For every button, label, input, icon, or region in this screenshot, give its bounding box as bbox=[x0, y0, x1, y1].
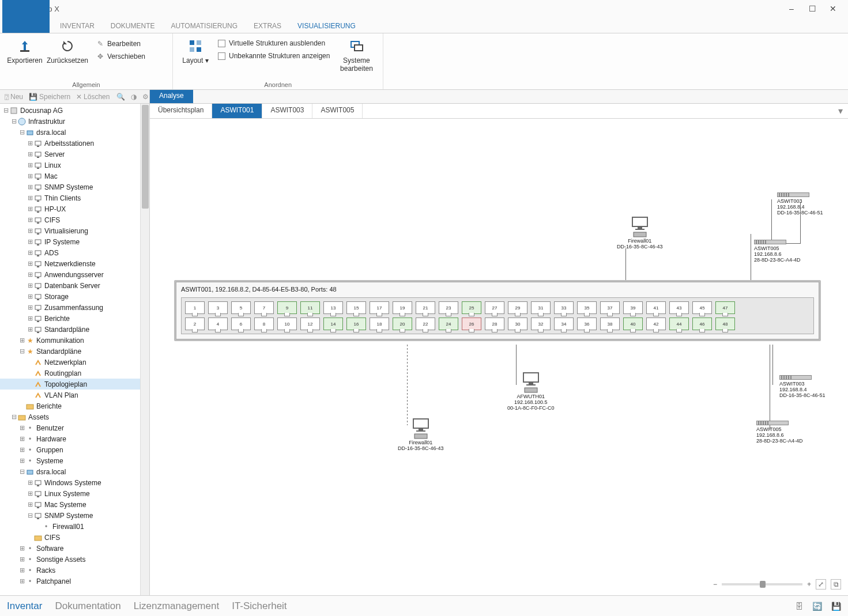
ribbon-tab-visual[interactable]: VISUALISIERUNG bbox=[289, 19, 364, 33]
tree-node[interactable]: Berichte bbox=[0, 400, 149, 411]
tab-aswit001[interactable]: ASWIT001 bbox=[212, 104, 262, 118]
layout-button[interactable]: Layout ▾ bbox=[178, 36, 213, 65]
device-afwuth01[interactable]: AFWUTH01 192.168.100.5 00-1A-8C-F0-FC-C0 bbox=[507, 372, 555, 411]
switch-port[interactable]: 26 bbox=[462, 318, 481, 330]
switch-panel[interactable]: ASWIT001, 192.168.8.2, D4-85-64-E5-B3-80… bbox=[174, 280, 821, 341]
tree-node[interactable]: ⊞Datenbank Server bbox=[0, 280, 149, 291]
switch-port[interactable]: 48 bbox=[715, 318, 735, 330]
switch-port[interactable]: 4 bbox=[208, 318, 228, 330]
device-firewall-bottom[interactable]: Firewall01 DD-16-35-8C-46-43 bbox=[398, 418, 444, 451]
tree-node[interactable]: ⊞Windows Systeme bbox=[0, 477, 149, 488]
tree-node[interactable]: ⊞Mac Systeme bbox=[0, 499, 149, 510]
show-unknown-checkbox[interactable]: Unbekannte Strukturen anzeigen bbox=[216, 51, 332, 61]
tree-twist-icon[interactable]: ⊞ bbox=[27, 238, 33, 245]
tree-twist-icon[interactable]: ⊟ bbox=[18, 347, 25, 355]
tree-twist-icon[interactable]: ⊞ bbox=[27, 139, 33, 147]
switch-port[interactable]: 25 bbox=[462, 301, 481, 314]
tree-node[interactable]: ⊞Thin Clients bbox=[0, 192, 149, 203]
ribbon-tab-automat[interactable]: AUTOMATISIERUNG bbox=[163, 19, 246, 33]
move-button[interactable]: ✥ Verschieben bbox=[93, 51, 148, 62]
tree-node[interactable]: ⊞Arbeitsstationen bbox=[0, 138, 149, 149]
tree-twist-icon[interactable]: ⊞ bbox=[27, 490, 33, 497]
status-dokumentation[interactable]: Dokumentation bbox=[55, 600, 120, 612]
tree-twist-icon[interactable]: ⊞ bbox=[27, 479, 33, 486]
tree-node[interactable]: ⊞Netzwerkdienste bbox=[0, 258, 149, 269]
tree-twist-icon[interactable]: ⊞ bbox=[27, 304, 33, 311]
switch-port[interactable]: 45 bbox=[692, 301, 712, 314]
tree-node[interactable]: ⊞•Racks bbox=[0, 565, 149, 576]
tree-node[interactable]: ⊞•Sonstige Assets bbox=[0, 554, 149, 565]
switch-port[interactable]: 9 bbox=[277, 301, 297, 314]
tree-scrollbar[interactable] bbox=[140, 104, 149, 595]
status-lizenz[interactable]: Lizenzmanagement bbox=[134, 600, 219, 612]
tree-twist-icon[interactable]: ⊟ bbox=[2, 107, 9, 114]
switch-port[interactable]: 1 bbox=[185, 301, 205, 314]
tree-node[interactable]: ⊞IP Systeme bbox=[0, 236, 149, 247]
tree-node[interactable]: ⊞Linux bbox=[0, 160, 149, 171]
switch-port[interactable]: 11 bbox=[300, 301, 320, 314]
tree-node[interactable]: Netzwerkplan bbox=[0, 357, 149, 368]
tree-node[interactable]: ⊟★Standardpläne bbox=[0, 346, 149, 357]
tree-twist-icon[interactable]: ⊞ bbox=[27, 501, 33, 508]
zoom-fit-button[interactable]: ⤢ bbox=[816, 579, 826, 589]
tree-twist-icon[interactable]: ⊞ bbox=[18, 424, 25, 432]
tree-node[interactable]: ⊞Linux Systeme bbox=[0, 488, 149, 499]
switch-port[interactable]: 42 bbox=[646, 318, 666, 330]
switch-port[interactable]: 39 bbox=[623, 301, 643, 314]
switch-port[interactable]: 36 bbox=[577, 318, 597, 330]
switch-port[interactable]: 41 bbox=[646, 301, 666, 314]
tree-twist-icon[interactable]: ⊞ bbox=[18, 545, 25, 552]
tree-node[interactable]: ⊞•Hardware bbox=[0, 433, 149, 444]
edit-systems-button[interactable]: Systeme bearbeiten bbox=[334, 36, 378, 73]
tab-uebersichtsplan[interactable]: Übersichtsplan bbox=[150, 104, 212, 118]
tree-node[interactable]: ⊞Storage bbox=[0, 291, 149, 302]
tree-twist-icon[interactable]: ⊞ bbox=[18, 555, 25, 563]
ribbon-tab-inventar[interactable]: INVENTAR bbox=[52, 19, 103, 33]
delete-button[interactable]: ✕Löschen bbox=[74, 93, 112, 101]
device-aswit005-bottom[interactable]: ASWIT005 192.168.8.6 28-8D-23-8C-A4-4D bbox=[756, 421, 803, 444]
tree-twist-icon[interactable]: ⊞ bbox=[18, 446, 25, 454]
device-firewall-top[interactable]: Firewall01 DD-16-35-8C-46-43 bbox=[617, 217, 663, 250]
status-inventar[interactable]: Inventar bbox=[7, 600, 42, 612]
switch-port[interactable]: 22 bbox=[416, 318, 435, 330]
device-aswit003-bottom[interactable]: ASWIT003 192.168.8.4 DD-16-35-8C-46-51 bbox=[779, 375, 826, 398]
tree-node[interactable]: ⊞•Benutzer bbox=[0, 422, 149, 433]
tree-node[interactable]: ⊟Docusnap AG bbox=[0, 105, 149, 116]
tree-node[interactable]: ⊞Anwendungsserver bbox=[0, 269, 149, 280]
tree-node[interactable]: ⊞Server bbox=[0, 149, 149, 160]
switch-port[interactable]: 46 bbox=[692, 318, 712, 330]
switch-port[interactable]: 6 bbox=[231, 318, 251, 330]
switch-port[interactable]: 40 bbox=[623, 318, 643, 330]
tree-node[interactable]: Topologieplan bbox=[0, 379, 149, 390]
tree-node[interactable]: •Firewall01 bbox=[0, 521, 149, 532]
switch-port[interactable]: 38 bbox=[600, 318, 620, 330]
switch-port[interactable]: 24 bbox=[439, 318, 458, 330]
switch-port[interactable]: 28 bbox=[485, 318, 504, 330]
switch-port[interactable]: 20 bbox=[393, 318, 412, 330]
tray-save-icon[interactable]: 💾 bbox=[831, 602, 841, 611]
tree-node[interactable]: CIFS bbox=[0, 532, 149, 543]
tree-twist-icon[interactable]: ⊟ bbox=[18, 468, 25, 475]
tree-node[interactable]: ⊞Berichte bbox=[0, 313, 149, 324]
tree-twist-icon[interactable]: ⊞ bbox=[18, 577, 25, 585]
tab-analyse[interactable]: Analyse bbox=[150, 90, 193, 103]
tab-dropdown-button[interactable]: ▾ bbox=[833, 104, 848, 118]
tree-node[interactable]: ⊞HP-UX bbox=[0, 203, 149, 214]
tree-twist-icon[interactable]: ⊞ bbox=[18, 566, 25, 574]
tree-node[interactable]: ⊞SNMP Systeme bbox=[0, 182, 149, 192]
tree-twist-icon[interactable]: ⊞ bbox=[27, 216, 33, 224]
ribbon-tab-extras[interactable]: EXTRAS bbox=[246, 19, 289, 33]
switch-port[interactable]: 37 bbox=[600, 301, 620, 314]
tree-twist-icon[interactable]: ⊞ bbox=[27, 249, 33, 256]
tree-node[interactable]: ⊟SNMP Systeme bbox=[0, 510, 149, 521]
device-aswit003-top[interactable]: ASWIT003 192.168.8.4 DD-16-35-8C-46-51 bbox=[777, 192, 823, 216]
switch-port[interactable]: 14 bbox=[323, 318, 343, 330]
tree-node[interactable]: VLAN Plan bbox=[0, 390, 149, 400]
zoom-slider[interactable] bbox=[722, 583, 802, 585]
tree-node[interactable]: ⊟Assets bbox=[0, 411, 149, 422]
tree-node[interactable]: ⊟dsra.local bbox=[0, 127, 149, 138]
tree-node[interactable]: ⊞Mac bbox=[0, 171, 149, 182]
edit-button[interactable]: ✎ Bearbeiten bbox=[93, 38, 148, 50]
switch-port[interactable]: 5 bbox=[231, 301, 251, 314]
diagram-canvas[interactable]: Firewall01 DD-16-35-8C-46-43 ASWIT003 19… bbox=[150, 119, 848, 595]
